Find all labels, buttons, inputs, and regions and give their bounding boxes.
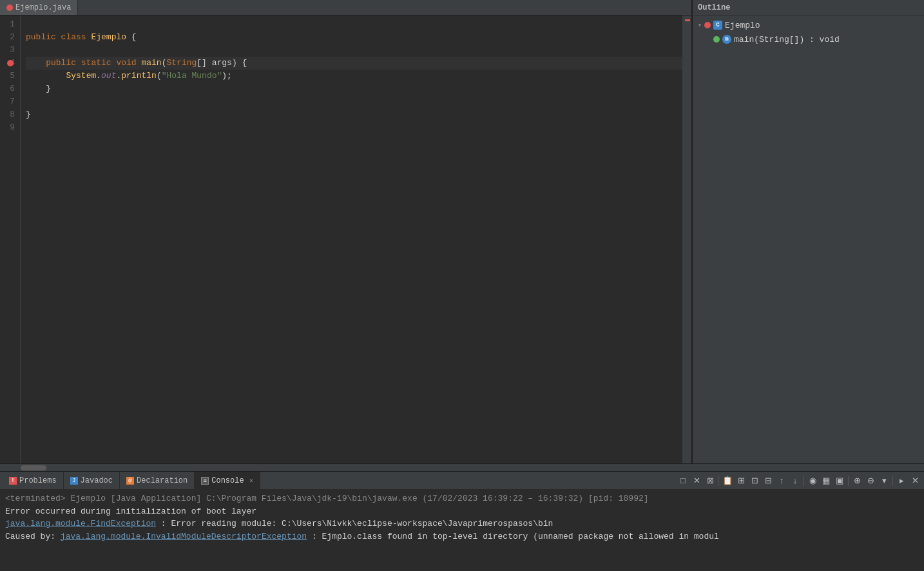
method-icon: m [722,35,731,44]
code-area: 1 2 3 4 5 6 7 8 9 public class [0,15,691,463]
classname-ejemplo: Ejemplo [91,31,131,44]
toolbar-btn4[interactable]: ⊟ [762,474,775,487]
console-close-button[interactable]: ✕ [249,476,254,485]
outline-item-class[interactable]: ▾ C Ejemplo [693,18,924,32]
console-error-text1: Error occurred during initialization of … [5,507,256,516]
outline-content: ▾ C Ejemplo m main(String[]) : void [693,15,924,463]
toolbar-copy[interactable]: 📋 [721,474,734,487]
console-link2[interactable]: java.lang.module.InvalidModuleDescriptor… [61,532,307,541]
console-error-line1: Error occurred during initialization of … [5,505,919,518]
console-error-line2: java.lang.module.FindException : Error r… [5,518,919,530]
paren-close2: ); [222,70,232,82]
breakpoint-dot [7,60,14,66]
code-content[interactable]: public class Ejemplo { public static voi… [21,15,682,463]
console-link1[interactable]: java.lang.module.FindException [5,519,156,528]
line-num-3: 3 [3,44,15,57]
brace-open: { [131,31,137,44]
toolbar-close[interactable]: ✕ [690,474,703,487]
javadoc-icon: J [70,477,78,485]
console-caused-by: Caused by: [5,532,61,541]
editor-panel: Ejemplo.java 1 2 3 4 5 6 7 8 9 [0,0,692,463]
toolbar-btn12[interactable]: ▸ [895,474,908,487]
paren-open: ( [162,57,167,70]
code-line-2: public class Ejemplo { [26,31,682,44]
toolbar-btn9[interactable]: ▣ [833,474,846,487]
toolbar-dropdown[interactable]: ▾ [878,474,890,487]
indent-4 [26,57,46,70]
kw-class: class [61,31,91,44]
editor-tab-bar: Ejemplo.java [0,0,691,15]
brace-close-outer: } [26,108,31,121]
console-error-text3: : Ejmplo.class found in top-level direct… [312,532,719,541]
toolbar-btn3[interactable]: ⊡ [748,474,761,487]
toolbar-btn7[interactable]: ◉ [806,474,819,487]
system-class: System [66,70,96,82]
tab-declaration[interactable]: @ Declaration [120,472,195,489]
editor-tab-label: Ejemplo.java [15,3,71,12]
kw-void: void [116,57,141,70]
code-line-8: } [26,108,682,121]
outline-error-badge [704,22,711,28]
editor-tab[interactable]: Ejemplo.java [0,0,78,15]
outline-title: Outline [693,0,924,15]
code-line-6: } [26,82,682,95]
toolbar-close2[interactable]: ⊠ [704,474,717,487]
paren2: ( [157,70,162,82]
editor-scrollbar[interactable] [682,15,691,463]
toolbar-minimize[interactable]: □ [677,474,689,487]
code-line-5: System . out . println ( "Hola Mundo" ); [26,70,682,82]
outline-method-label: main(String[]) : void [734,35,840,44]
code-line-9 [26,121,682,134]
toolbar-btn2[interactable]: ⊞ [735,474,747,487]
console-error-line3: Caused by: java.lang.module.InvalidModul… [5,530,919,543]
tab-problems-label: Problems [19,476,57,485]
console-terminated-line: <terminated> Ejemplo [Java Application] … [5,492,919,505]
editor-hscroll-thumb [21,465,46,470]
outline-green-dot [713,36,720,43]
toolbar-btn8[interactable]: ▦ [820,474,833,487]
line-num-5: 5 [3,70,15,82]
toolbar-btn5[interactable]: ↑ [775,474,788,487]
indent-5 [26,70,66,82]
tab-console[interactable]: ≡ Console ✕ [195,472,260,489]
toolbar-sep4 [892,476,893,486]
tab-declaration-label: Declaration [137,476,188,485]
class-icon: C [713,21,722,30]
dot2: . [116,70,121,82]
line-num-7: 7 [3,95,15,108]
tab-javadoc[interactable]: J Javadoc [64,472,120,489]
tab-error-icon [6,5,13,11]
brace-close-inner: } [46,82,51,95]
dot1: . [96,70,101,82]
line-num-8: 8 [3,108,15,121]
code-line-1 [26,18,682,31]
toolbar-sep2 [804,476,804,486]
code-line-4: public static void main ( String [] args… [26,57,682,70]
main-area: Ejemplo.java 1 2 3 4 5 6 7 8 9 [0,0,924,463]
toolbar-sep3 [848,476,849,486]
toolbar-sep1 [718,476,719,486]
bottom-panel: ! Problems J Javadoc @ Declaration ≡ Con… [0,471,924,571]
out-field: out [101,70,116,82]
bracket: [] [197,57,211,70]
line-num-6: 6 [3,82,15,95]
code-line-7 [26,95,682,108]
toolbar-btn11[interactable]: ⊖ [864,474,877,487]
kw-public: public [26,31,61,44]
println-method: println [121,70,157,82]
toolbar-btn10[interactable]: ⊕ [851,474,863,487]
toolbar-btn6[interactable]: ↓ [789,474,802,487]
tab-problems[interactable]: ! Problems [3,472,64,489]
tab-console-label: Console [211,476,244,485]
scrollbar-error-marker [685,19,690,21]
line-num-1: 1 [3,18,15,31]
outline-item-method[interactable]: m main(String[]) : void [693,32,924,46]
code-line-3 [26,44,682,57]
editor-hscroll[interactable] [0,463,924,471]
declaration-icon: @ [126,477,134,485]
method-main: main [141,57,161,70]
indent-6 [26,82,46,95]
console-output: <terminated> Ejemplo [Java Application] … [0,490,924,571]
toolbar-btn13[interactable]: ✕ [909,474,921,487]
bottom-toolbar-buttons: □ ✕ ⊠ 📋 ⊞ ⊡ ⊟ ↑ ↓ ◉ ▦ ▣ ⊕ ⊖ ▾ ▸ ✕ [677,474,921,487]
